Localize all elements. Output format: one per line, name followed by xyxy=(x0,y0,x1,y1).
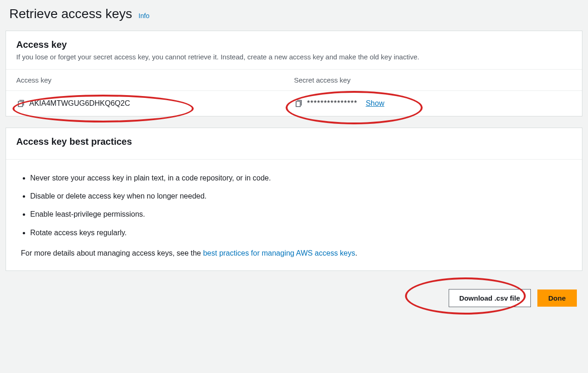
annotation-circle-access-key xyxy=(13,95,194,122)
list-item: Rotate access keys regularly. xyxy=(30,227,567,238)
access-key-cell: AKIA4MTWGUG6DHKQ6Q2C xyxy=(16,99,294,108)
keys-header-row: Access key Secret access key xyxy=(6,69,582,84)
copy-icon[interactable] xyxy=(294,99,302,108)
page-title-text: Retrieve access keys xyxy=(9,6,132,21)
keys-body-row: AKIA4MTWGUG6DHKQ6Q2C *************** Sho… xyxy=(6,90,582,116)
access-key-value: AKIA4MTWGUG6DHKQ6Q2C xyxy=(29,99,130,108)
more-info-text: For more details about managing access k… xyxy=(21,249,567,257)
info-link[interactable]: Info xyxy=(138,12,149,19)
panel-header: Access key best practices xyxy=(6,128,582,160)
best-practices-panel: Access key best practices Never store yo… xyxy=(6,128,582,271)
panel-description: If you lose or forget your secret access… xyxy=(16,53,572,61)
button-row: Download .csv file Done xyxy=(6,282,582,315)
page-title: Retrieve access keys Info xyxy=(6,0,582,31)
show-secret-link[interactable]: Show xyxy=(366,99,384,108)
panel-title: Access key best practices xyxy=(16,136,572,147)
list-item: Enable least-privilege permissions. xyxy=(30,209,567,219)
copy-icon[interactable] xyxy=(16,99,25,108)
more-pre: For more details about managing access k… xyxy=(21,249,203,257)
annotation-circle-secret-key xyxy=(286,91,423,124)
best-practices-list: Never store your access key in plain tex… xyxy=(30,173,567,238)
access-key-header: Access key xyxy=(16,76,294,84)
panel-title: Access key xyxy=(16,39,572,50)
list-item: Disable or delete access key when no lon… xyxy=(30,191,567,201)
access-key-panel: Access key If you lose or forget your se… xyxy=(6,31,582,116)
secret-key-cell: *************** Show xyxy=(294,99,572,108)
best-practices-link[interactable]: best practices for managing AWS access k… xyxy=(203,249,355,257)
more-post: . xyxy=(355,249,357,257)
secret-key-masked: *************** xyxy=(307,99,357,108)
download-csv-button[interactable]: Download .csv file xyxy=(449,289,531,307)
list-item: Never store your access key in plain tex… xyxy=(30,173,567,183)
panel-header: Access key If you lose or forget your se… xyxy=(6,31,582,69)
best-practices-body: Never store your access key in plain tex… xyxy=(6,160,582,270)
done-button[interactable]: Done xyxy=(537,289,577,307)
secret-key-header: Secret access key xyxy=(294,76,572,84)
